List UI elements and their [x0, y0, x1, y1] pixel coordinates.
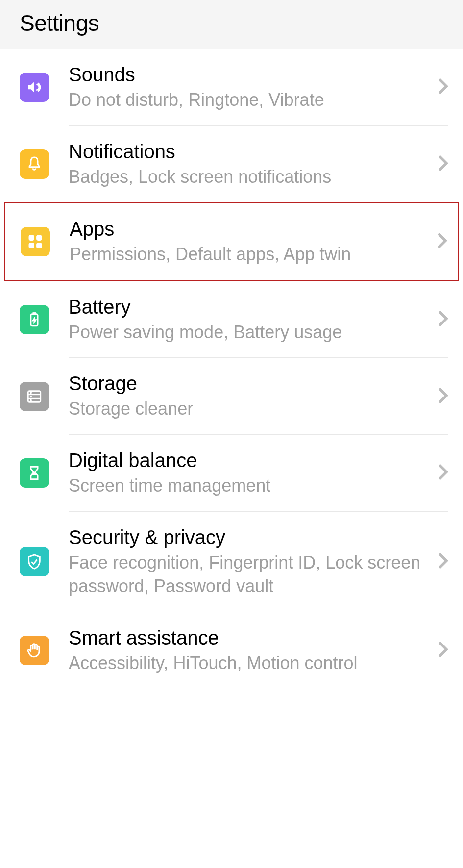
chevron-right-icon — [438, 463, 448, 483]
svg-rect-0 — [29, 236, 34, 241]
settings-item-subtitle: Permissions, Default apps, App twin — [70, 243, 427, 267]
settings-item-subtitle: Storage cleaner — [69, 397, 428, 421]
drive-icon — [20, 382, 49, 411]
settings-item-smart-assistance[interactable]: Smart assistanceAccessibility, HiTouch, … — [0, 612, 463, 689]
svg-rect-5 — [33, 313, 36, 314]
grid-icon — [21, 227, 50, 256]
settings-item-apps[interactable]: AppsPermissions, Default apps, App twin — [4, 202, 459, 281]
settings-item-sounds[interactable]: SoundsDo not disturb, Ringtone, Vibrate — [0, 49, 463, 126]
settings-item-storage[interactable]: StorageStorage cleaner — [0, 358, 463, 435]
header: Settings — [0, 0, 463, 49]
chevron-right-icon — [437, 232, 447, 251]
settings-item-text: Security & privacyFace recognition, Fing… — [69, 525, 428, 598]
settings-item-subtitle: Screen time management — [69, 474, 428, 498]
hourglass-icon — [20, 458, 49, 488]
chevron-right-icon — [438, 154, 448, 174]
chevron-right-icon — [438, 77, 448, 97]
settings-item-text: Smart assistanceAccessibility, HiTouch, … — [69, 626, 428, 675]
settings-item-subtitle: Badges, Lock screen notifications — [69, 165, 428, 189]
settings-item-subtitle: Do not disturb, Ringtone, Vibrate — [69, 88, 428, 112]
svg-point-9 — [30, 392, 32, 393]
chevron-right-icon — [438, 552, 448, 571]
settings-item-notifications[interactable]: NotificationsBadges, Lock screen notific… — [0, 126, 463, 203]
svg-rect-3 — [37, 243, 42, 248]
page-title: Settings — [20, 10, 443, 36]
svg-point-11 — [30, 399, 32, 401]
chevron-right-icon — [438, 641, 448, 660]
settings-item-text: Digital balanceScreen time management — [69, 448, 428, 498]
settings-item-title: Security & privacy — [69, 525, 428, 549]
bell-icon — [20, 149, 49, 179]
settings-item-title: Sounds — [69, 63, 428, 86]
battery-icon — [20, 305, 49, 334]
settings-item-title: Battery — [69, 295, 428, 319]
svg-rect-1 — [37, 236, 42, 241]
settings-item-battery[interactable]: BatteryPower saving mode, Battery usage — [0, 281, 463, 358]
settings-item-title: Digital balance — [69, 448, 428, 472]
settings-item-subtitle: Accessibility, HiTouch, Motion control — [69, 651, 428, 675]
settings-item-title: Apps — [70, 217, 427, 241]
settings-item-title: Smart assistance — [69, 626, 428, 649]
settings-item-text: StorageStorage cleaner — [69, 372, 428, 421]
chevron-right-icon — [438, 310, 448, 329]
settings-item-title: Notifications — [69, 140, 428, 163]
settings-item-subtitle: Face recognition, Fingerprint ID, Lock s… — [69, 551, 428, 598]
settings-item-digital-balance[interactable]: Digital balanceScreen time management — [0, 435, 463, 512]
settings-item-text: NotificationsBadges, Lock screen notific… — [69, 140, 428, 189]
settings-list: SoundsDo not disturb, Ringtone, VibrateN… — [0, 49, 463, 689]
chevron-right-icon — [438, 387, 448, 406]
settings-item-text: AppsPermissions, Default apps, App twin — [70, 217, 427, 267]
settings-item-text: SoundsDo not disturb, Ringtone, Vibrate — [69, 63, 428, 112]
svg-rect-2 — [29, 243, 34, 248]
settings-item-security[interactable]: Security & privacyFace recognition, Fing… — [0, 512, 463, 612]
svg-point-10 — [30, 396, 32, 397]
settings-item-title: Storage — [69, 372, 428, 395]
settings-item-subtitle: Power saving mode, Battery usage — [69, 321, 428, 345]
speaker-icon — [20, 73, 49, 102]
shield-icon — [20, 547, 49, 576]
settings-item-text: BatteryPower saving mode, Battery usage — [69, 295, 428, 345]
hand-icon — [20, 636, 49, 665]
